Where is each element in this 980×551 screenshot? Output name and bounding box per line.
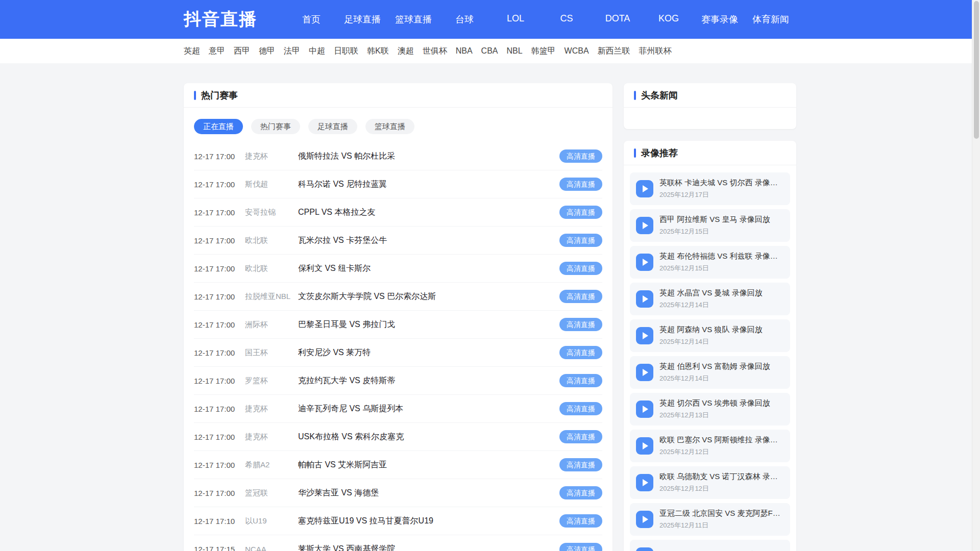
video-item[interactable]: 英超 切尔西 VS 埃弗顿 录像回放 2025年12月13日 [630,393,790,425]
match-row[interactable]: 12-17 17:00 捷克杯 俄斯特拉法 VS 帕尔杜比采 高清直播 [194,142,602,170]
main-nav-item[interactable]: DOTA [592,13,643,26]
play-icon[interactable] [636,437,653,455]
video-item[interactable]: 英联杯 卡迪夫城 VS 切尔西 录像回放 2025年12月17日 [630,172,790,205]
scrollbar[interactable] [972,0,980,551]
video-item[interactable]: 英超 伯恩利 VS 富勒姆 录像回放 2025年12月14日 [630,356,790,389]
main-nav-item[interactable]: 首页 [286,13,337,26]
main-nav-item[interactable]: 体育新闻 [745,13,796,26]
play-icon[interactable] [636,254,653,271]
league-nav-item[interactable]: 西甲 [234,46,250,57]
match-row[interactable]: 12-17 17:15 NCAA 莱斯大学 VS 西南基督学院 高清直播 [194,535,602,551]
match-row[interactable]: 12-17 17:00 篮冠联 华沙莱吉亚 VS 海德堡 高清直播 [194,479,602,507]
match-row[interactable]: 12-17 17:00 捷克杯 USK布拉格 VS 索科尔皮塞克 高清直播 [194,423,602,451]
league-nav-item[interactable]: 韩篮甲 [531,46,556,57]
main-nav-item[interactable]: 足球直播 [337,13,388,26]
match-league: 罗篮杯 [245,376,298,386]
league-nav-item[interactable]: 世俱杯 [423,46,447,57]
video-title: 英联杯 卡迪夫城 VS 切尔西 录像回放 [659,178,784,188]
hd-live-badge[interactable]: 高清直播 [559,290,602,303]
league-nav-item[interactable]: 法甲 [284,46,300,57]
video-item[interactable]: 欧联 乌德勒支 VS 诺丁汉森林 录像... 2025年12月12日 [630,466,790,499]
league-nav-item[interactable]: 日职联 [334,46,358,57]
league-nav-item[interactable]: CBA [481,46,498,56]
league-nav-item[interactable]: 新西兰联 [598,46,630,57]
hd-live-badge[interactable]: 高清直播 [559,234,602,247]
main-nav-item[interactable]: CS [541,13,592,26]
league-nav-item[interactable]: 中超 [309,46,325,57]
filter-pill[interactable]: 正在直播 [194,119,243,134]
main-nav: 首页 足球直播 篮球直播 台球 LOL CS DOTA KOG 赛事录像 体育新… [286,13,796,26]
play-icon[interactable] [636,290,653,308]
match-row[interactable]: 12-17 17:00 欧北联 保利文 VS 纽卡斯尔 高清直播 [194,255,602,283]
video-item[interactable]: 西甲 阿拉维斯 VS 皇马 录像回放 2025年12月15日 [630,209,790,242]
play-icon[interactable] [636,217,653,234]
league-nav-item[interactable]: 菲州联杯 [639,46,672,57]
main-nav-item[interactable]: LOL [490,13,541,26]
video-item[interactable]: 英超 水晶宫 VS 曼城 录像回放 2025年12月14日 [630,283,790,315]
video-date: 2025年12月14日 [659,337,763,346]
hd-live-badge[interactable]: 高清直播 [559,543,602,551]
scrollbar-thumb[interactable] [974,1,979,139]
hd-live-badge[interactable]: 高清直播 [559,486,602,499]
hd-live-badge[interactable]: 高清直播 [559,262,602,275]
main-nav-item[interactable]: 台球 [439,13,490,26]
play-icon[interactable] [636,364,653,381]
hd-live-badge[interactable]: 高清直播 [559,402,602,415]
league-nav-item[interactable]: NBL [506,46,522,56]
match-row[interactable]: 12-17 17:00 欧北联 瓦米尔拉 VS 卡芬堡公牛 高清直播 [194,227,602,255]
hd-live-badge[interactable]: 高清直播 [559,318,602,331]
match-row[interactable]: 12-17 17:00 罗篮杯 克拉约瓦大学 VS 皮特斯蒂 高清直播 [194,367,602,395]
video-date: 2025年12月13日 [659,411,770,420]
video-item[interactable]: 英超 布伦特福德 VS 利兹联 录像回放 2025年12月15日 [630,246,790,279]
league-nav-item[interactable]: NBA [456,46,473,56]
league-nav-item[interactable]: 德甲 [259,46,275,57]
hd-live-badge[interactable]: 高清直播 [559,514,602,528]
league-nav-item[interactable]: 意甲 [209,46,225,57]
league-nav-item[interactable]: 英超 [184,46,200,57]
site-logo[interactable]: 抖音直播 [184,8,257,31]
league-nav-item[interactable]: WCBA [565,46,589,56]
league-nav-item[interactable]: 韩K联 [367,46,389,57]
main-nav-item[interactable]: 赛事录像 [694,13,745,26]
play-icon[interactable] [636,180,653,197]
play-triangle [643,295,648,303]
video-item[interactable]: 欧联 巴塞尔 VS 阿斯顿维拉 录像回放 2025年12月12日 [630,430,790,462]
video-text: 欧联 乌德勒支 VS 诺丁汉森林 录像... 2025年12月12日 [659,472,784,493]
hot-matches-header: 热门赛事 [184,83,612,108]
play-icon[interactable] [636,474,653,491]
match-title: 华沙莱吉亚 VS 海德堡 [298,488,559,498]
hd-live-badge[interactable]: 高清直播 [559,178,602,191]
match-row[interactable]: 12-17 17:10 以U19 塞克特兹亚U19 VS 拉马甘夏普尔U19 高… [194,507,602,535]
video-item[interactable]: 欧冠 皇马 VS 曼城 录像回放 [630,540,790,551]
play-icon[interactable] [636,511,653,528]
hd-live-badge[interactable]: 高清直播 [559,149,602,163]
match-row[interactable]: 12-17 17:00 安哥拉锦 CPPL VS 本格拉之友 高清直播 [194,198,602,227]
hd-live-badge[interactable]: 高清直播 [559,206,602,219]
play-icon[interactable] [636,547,653,551]
video-item[interactable]: 英超 阿森纳 VS 狼队 录像回放 2025年12月14日 [630,319,790,352]
match-time: 12-17 17:00 [194,180,245,189]
play-icon[interactable] [636,400,653,418]
match-row[interactable]: 12-17 17:00 希腊A2 帕帕古 VS 艾米斯阿吉亚 高清直播 [194,451,602,479]
filter-pill[interactable]: 足球直播 [308,119,357,134]
filter-pill[interactable]: 篮球直播 [365,119,414,134]
match-time: 12-17 17:00 [194,152,245,161]
league-nav-item[interactable]: 澳超 [398,46,414,57]
main-nav-item[interactable]: 篮球直播 [388,13,439,26]
video-item[interactable]: 亚冠二级 北京国安 VS 麦克阿瑟FC ... 2025年12月11日 [630,503,790,536]
match-title: 瓦米尔拉 VS 卡芬堡公牛 [298,235,559,246]
header-inner: 抖音直播 首页 足球直播 篮球直播 台球 LOL CS DOTA KOG 赛事录… [184,0,796,39]
hd-live-badge[interactable]: 高清直播 [559,346,602,359]
video-date: 2025年12月12日 [659,447,784,457]
main-nav-item[interactable]: KOG [643,13,694,26]
match-row[interactable]: 12-17 17:00 洲际杯 巴黎圣日耳曼 VS 弗拉门戈 高清直播 [194,311,602,339]
match-row[interactable]: 12-17 17:00 拉脱维亚NBL 文茨皮尔斯大学学院 VS 巴尔索尔达斯 … [194,283,602,311]
filter-pill[interactable]: 热门赛事 [251,119,300,134]
hd-live-badge[interactable]: 高清直播 [559,430,602,443]
match-row[interactable]: 12-17 17:00 捷克杯 迪辛瓦列奇尼 VS 乌斯提列本 高清直播 [194,395,602,423]
match-row[interactable]: 12-17 17:00 斯伐超 科马尔诺 VS 尼特拉蓝翼 高清直播 [194,170,602,198]
hd-live-badge[interactable]: 高清直播 [559,458,602,471]
match-row[interactable]: 12-17 17:00 国王杯 利安尼沙 VS 莱万特 高清直播 [194,339,602,367]
hd-live-badge[interactable]: 高清直播 [559,374,602,387]
play-icon[interactable] [636,327,653,344]
